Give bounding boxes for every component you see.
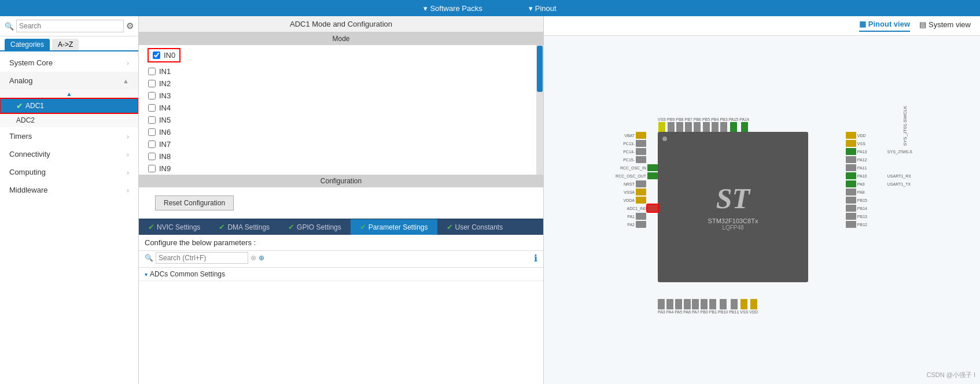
top-pin-pb7: PB7 bbox=[684, 117, 692, 121]
in2-checkbox[interactable] bbox=[148, 80, 156, 87]
sidebar-item-adc1[interactable]: ✔ ADC1 bbox=[0, 98, 138, 113]
adc-common-settings-row[interactable]: ▾ ADCs Common Settings bbox=[139, 268, 543, 281]
mode-item-in8: IN8 bbox=[139, 150, 536, 163]
pin-pa4-b bbox=[666, 299, 673, 309]
software-packs-label: Software Packs bbox=[430, 4, 482, 13]
in7-checkbox[interactable] bbox=[148, 141, 156, 148]
mode-items: IN0 IN1 IN2 IN3 bbox=[139, 45, 536, 175]
pin-pb9-box bbox=[668, 122, 675, 132]
in3-checkbox[interactable] bbox=[148, 92, 156, 99]
in8-label: IN8 bbox=[159, 152, 171, 161]
sidebar-search-bar: 🔍 ⚙ bbox=[0, 16, 138, 36]
clear-search-icon[interactable]: ⊗ bbox=[250, 254, 256, 262]
tab-parameter-settings[interactable]: ✔ Parameter Settings bbox=[351, 219, 437, 235]
left-pin-label-pa1: PA1 bbox=[611, 215, 635, 219]
sidebar-item-middleware[interactable]: Middleware › bbox=[0, 181, 138, 199]
in9-label: IN9 bbox=[159, 164, 171, 173]
pinout-menu[interactable]: ▾ Pinout bbox=[529, 4, 557, 13]
chip-package: LQFP48 bbox=[722, 224, 743, 231]
dma-check-icon: ✔ bbox=[219, 223, 225, 231]
sidebar-item-analog[interactable]: Analog ▲ bbox=[0, 72, 138, 90]
mode-item-in0: IN0 bbox=[139, 45, 536, 65]
left-label-rcc-osc-out: RCC_OSC_OUT bbox=[611, 174, 646, 178]
mode-section: Mode IN0 IN1 bbox=[139, 32, 543, 175]
gear-icon[interactable]: ⚙ bbox=[126, 21, 134, 31]
pin-pb6-box bbox=[694, 122, 701, 132]
tab-categories[interactable]: Categories bbox=[5, 39, 50, 50]
sidebar-item-adc2[interactable]: ADC2 bbox=[0, 113, 138, 127]
right-pin-label-pa11: PA11 bbox=[857, 166, 886, 170]
mode-header: Mode bbox=[139, 32, 543, 45]
chevron-right-timers: › bbox=[127, 133, 129, 140]
sidebar-item-computing[interactable]: Computing › bbox=[0, 163, 138, 181]
in8-checkbox[interactable] bbox=[148, 153, 156, 160]
tab-a-to-z[interactable]: A->Z bbox=[52, 39, 79, 50]
param-label: Parameter Settings bbox=[369, 223, 428, 231]
tab-pinout-view[interactable]: ▦ Pinout view bbox=[859, 20, 910, 32]
sidebar-item-system-core[interactable]: System Core › bbox=[0, 54, 138, 72]
top-pins: VSS PB9 PB8 PB7 bbox=[658, 117, 749, 132]
bottom-pin-vdd: VDD bbox=[749, 310, 758, 314]
in6-checkbox[interactable] bbox=[148, 128, 156, 136]
pin-pa0-adc1-in0[interactable] bbox=[647, 205, 658, 212]
pin-vbat bbox=[636, 132, 646, 139]
tab-system-view[interactable]: ▤ System view bbox=[919, 20, 971, 32]
tab-nvic-settings[interactable]: ✔ NVIC Settings bbox=[139, 219, 209, 235]
pin-pc14 bbox=[636, 148, 646, 155]
pin-pb3-box bbox=[720, 122, 727, 132]
in1-checkbox[interactable] bbox=[148, 68, 156, 75]
usart1-tx-label: USART1_TX bbox=[887, 182, 911, 186]
right-pin-label-vss: VSS bbox=[857, 142, 886, 146]
right-pin-label-pa8: PA8 bbox=[857, 190, 886, 194]
bottom-pin-pa4: PA4 bbox=[666, 310, 674, 314]
config-search-label: Configure the below parameters : bbox=[145, 238, 256, 247]
sidebar-item-connectivity[interactable]: Connectivity › bbox=[0, 145, 138, 163]
right-pin-label-pa10: PA10 bbox=[857, 174, 886, 178]
tab-dma-settings[interactable]: ✔ DMA Settings bbox=[209, 219, 279, 235]
bottom-pin-pb0: PB0 bbox=[701, 310, 708, 314]
top-pin-pb4: PB4 bbox=[711, 117, 719, 121]
in4-checkbox[interactable] bbox=[148, 104, 156, 112]
mode-item-in5: IN5 bbox=[139, 114, 536, 126]
mode-scrollbar[interactable] bbox=[536, 45, 543, 175]
pd0-text: PD0- bbox=[659, 166, 668, 170]
bottom-pin-pa3: PA3 bbox=[658, 310, 665, 314]
adc1-label: ADC1 bbox=[25, 102, 44, 110]
middleware-label: Middleware bbox=[9, 186, 47, 194]
mode-item-in7: IN7 bbox=[139, 138, 536, 150]
pin-pa6-b bbox=[684, 299, 691, 309]
bottom-pins: PA3 PA4 PA5 PA6 bbox=[658, 299, 758, 314]
in9-checkbox[interactable] bbox=[148, 165, 156, 172]
bottom-pin-pb10: PB10 bbox=[718, 310, 728, 314]
pin-pa1 bbox=[636, 213, 646, 220]
config-panel: ADC1 Mode and Configuration Mode IN0 IN1 bbox=[139, 16, 544, 384]
chip-logo: ST bbox=[716, 184, 750, 213]
chip-body: ST STM32F103C8Tx LQFP48 bbox=[658, 132, 808, 282]
pd1-text: PD1- bbox=[659, 174, 668, 178]
pin-pa10-r bbox=[846, 172, 856, 179]
left-label-adc1-in0: ADC1_IN0 bbox=[611, 206, 646, 211]
tab-user-constants[interactable]: ✔ User Constants bbox=[437, 219, 513, 235]
top-pin-pb8: PB8 bbox=[676, 117, 683, 121]
sidebar-tab-bar: Categories A->Z bbox=[0, 36, 138, 51]
right-pin-label-pa9: PA9 bbox=[857, 182, 886, 186]
left-pin-label-pc15: PC15- bbox=[611, 158, 635, 162]
system-core-label: System Core bbox=[9, 58, 53, 67]
right-pin-label-pb13: PB13 bbox=[857, 215, 886, 219]
pin-pa11-r bbox=[846, 164, 856, 171]
software-packs-menu[interactable]: ▾ Software Packs bbox=[423, 4, 482, 13]
in5-checkbox[interactable] bbox=[148, 116, 156, 124]
search-input[interactable] bbox=[16, 20, 124, 32]
config-search-input[interactable] bbox=[156, 252, 248, 264]
expand-search-icon[interactable]: ⊕ bbox=[259, 254, 264, 262]
top-pin-pa14: PA14 bbox=[739, 117, 749, 121]
pinout-view-icon: ▦ bbox=[859, 20, 866, 28]
reset-configuration-button[interactable]: Reset Configuration bbox=[155, 195, 234, 211]
sidebar-item-timers[interactable]: Timers › bbox=[0, 127, 138, 145]
right-pin-label-vdd: VDD bbox=[857, 134, 886, 138]
pin-pa13-r bbox=[846, 148, 856, 155]
tab-gpio-settings[interactable]: ✔ GPIO Settings bbox=[279, 219, 351, 235]
main-area: 🔍 ⚙ Categories A->Z System Core › Analog… bbox=[0, 16, 980, 384]
collapse-arrow[interactable]: ▲ bbox=[0, 90, 138, 98]
in0-checkbox[interactable] bbox=[153, 51, 160, 59]
